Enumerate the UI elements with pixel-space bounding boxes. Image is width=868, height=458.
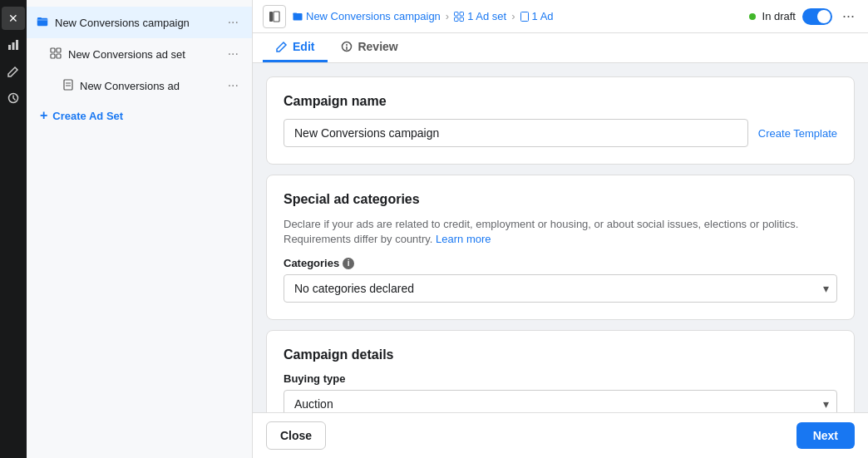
collapse-sidebar-button[interactable] xyxy=(263,5,286,28)
svg-rect-17 xyxy=(455,12,459,16)
adset-item-label: New Conversions ad set xyxy=(68,48,224,61)
breadcrumb-ad-label: 1 Ad xyxy=(532,10,554,22)
campaign-details-card: Campaign details Buying type Auction Rea… xyxy=(266,330,855,412)
tab-edit[interactable]: Edit xyxy=(263,33,328,62)
learn-more-link[interactable]: Learn more xyxy=(436,233,491,245)
more-options-button[interactable]: ··· xyxy=(839,4,858,28)
status-dot-icon xyxy=(749,13,756,20)
campaign-folder-icon xyxy=(37,16,48,30)
breadcrumb-sep-1: › xyxy=(446,10,449,22)
tree-item-campaign[interactable]: New Conversions campaign ··· xyxy=(27,7,252,38)
adset-grid-icon xyxy=(50,47,62,62)
campaign-name-card: Campaign name Create Template xyxy=(266,76,855,165)
close-button[interactable]: Close xyxy=(266,421,326,450)
svg-rect-20 xyxy=(460,17,464,22)
svg-rect-2 xyxy=(16,40,18,50)
edit-icon-btn[interactable] xyxy=(2,60,25,83)
plus-icon: + xyxy=(40,108,47,123)
svg-rect-18 xyxy=(460,12,464,16)
buying-type-select[interactable]: Auction Reach and Frequency xyxy=(284,390,837,412)
svg-rect-16 xyxy=(293,12,298,14)
tab-review[interactable]: Review xyxy=(328,33,411,62)
breadcrumb-campaign-label: New Conversions campaign xyxy=(306,10,441,22)
svg-rect-5 xyxy=(37,17,42,19)
content-scroll: Campaign name Create Template Special ad… xyxy=(253,63,868,412)
svg-rect-21 xyxy=(520,12,528,21)
categories-select-wrapper: No categories declared ▾ xyxy=(284,274,837,303)
buying-type-label: Buying type xyxy=(284,372,837,385)
svg-rect-9 xyxy=(57,54,61,58)
ad-more-btn[interactable]: ··· xyxy=(224,76,242,95)
svg-rect-0 xyxy=(8,45,11,50)
breadcrumb-sep-2: › xyxy=(511,10,515,22)
svg-point-23 xyxy=(346,44,348,46)
adset-more-btn[interactable]: ··· xyxy=(224,45,242,63)
tree-item-ad[interactable]: New Conversions ad ··· xyxy=(27,70,252,101)
svg-rect-10 xyxy=(64,80,72,90)
svg-rect-7 xyxy=(57,48,61,52)
svg-rect-14 xyxy=(274,12,279,22)
svg-rect-4 xyxy=(37,18,47,26)
special-ad-card: Special ad categories Declare if your ad… xyxy=(266,175,855,320)
svg-rect-19 xyxy=(455,17,459,22)
next-button[interactable]: Next xyxy=(796,422,855,449)
create-ad-set-button[interactable]: + Create Ad Set xyxy=(27,101,252,130)
breadcrumb-adset[interactable]: 1 Ad set xyxy=(454,10,506,22)
special-ad-title: Special ad categories xyxy=(284,192,837,207)
categories-select[interactable]: No categories declared xyxy=(284,274,837,303)
special-ad-description: Declare if your ads are related to credi… xyxy=(284,217,837,247)
clock-icon-btn[interactable] xyxy=(2,86,25,110)
top-bar: New Conversions campaign › 1 Ad set › 1 … xyxy=(253,0,868,33)
create-ad-set-label: Create Ad Set xyxy=(52,110,123,122)
tree-sidebar: New Conversions campaign ··· New Convers… xyxy=(27,0,253,458)
close-icon-btn[interactable]: ✕ xyxy=(2,7,25,30)
edit-review-bar: Edit Review xyxy=(253,33,868,63)
tab-review-label: Review xyxy=(358,40,397,53)
status-area: In draft ··· xyxy=(749,4,858,28)
ad-item-label: New Conversions ad xyxy=(80,80,224,92)
bottom-bar: Close Next xyxy=(253,412,868,458)
breadcrumb-campaign[interactable]: New Conversions campaign xyxy=(293,10,441,22)
campaign-more-btn[interactable]: ··· xyxy=(224,13,242,32)
campaign-name-title: Campaign name xyxy=(284,94,837,109)
svg-rect-13 xyxy=(269,12,273,22)
tab-edit-label: Edit xyxy=(293,40,314,53)
ad-page-icon xyxy=(63,79,73,93)
status-label: In draft xyxy=(762,10,796,22)
svg-rect-8 xyxy=(51,54,55,58)
tree-item-adset[interactable]: New Conversions ad set ··· xyxy=(27,38,252,70)
campaign-details-title: Campaign details xyxy=(284,347,837,362)
campaign-name-input[interactable] xyxy=(284,119,748,147)
create-template-link[interactable]: Create Template xyxy=(758,127,837,140)
chart-icon-btn[interactable] xyxy=(2,33,25,57)
campaign-item-label: New Conversions campaign xyxy=(55,17,224,29)
categories-label: Categories i xyxy=(284,257,837,269)
svg-rect-6 xyxy=(51,48,55,52)
categories-info-icon: i xyxy=(343,258,354,269)
breadcrumb: New Conversions campaign › 1 Ad set › 1 … xyxy=(293,10,742,22)
breadcrumb-adset-label: 1 Ad set xyxy=(467,10,506,22)
toggle-draft-button[interactable] xyxy=(802,8,832,25)
buying-type-wrapper: Auction Reach and Frequency ▾ xyxy=(284,390,837,412)
svg-rect-1 xyxy=(12,42,15,50)
breadcrumb-ad[interactable]: 1 Ad xyxy=(520,10,554,22)
icon-bar: ✕ xyxy=(0,0,27,458)
main-area: New Conversions campaign › 1 Ad set › 1 … xyxy=(253,0,868,458)
